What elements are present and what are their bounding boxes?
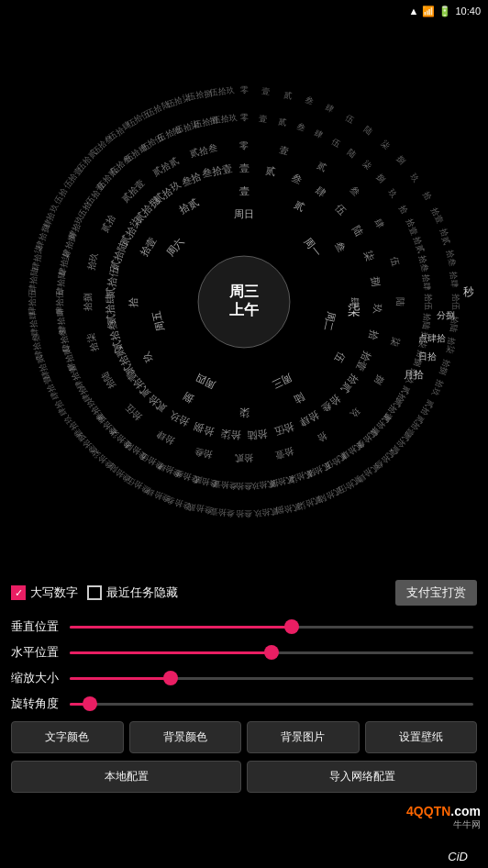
slider-rotation-thumb[interactable] xyxy=(83,696,97,711)
slider-horizontal-track[interactable] xyxy=(70,651,473,654)
slider-horizontal-fill xyxy=(70,651,272,654)
checkbox-row: 大写数字 最近任务隐藏 支付宝打赏 xyxy=(11,580,477,606)
slider-rotation-track[interactable] xyxy=(70,703,473,706)
watermark: 4QQTN.com 牛牛网 xyxy=(406,804,481,831)
button-row-1: 文字颜色 背景颜色 背景图片 设置壁纸 xyxy=(11,721,477,753)
text-color-button[interactable]: 文字颜色 xyxy=(11,721,124,753)
slider-scale: 缩放大小 xyxy=(11,670,477,686)
time-display: 10:40 xyxy=(455,6,481,17)
slider-scale-fill xyxy=(70,677,171,680)
checkbox-uppercase[interactable]: 大写数字 xyxy=(11,584,78,601)
slider-rotation: 旋转角度 xyxy=(11,696,477,712)
watermark-qqtn: 4QQTN.com xyxy=(406,804,481,818)
slider-scale-thumb[interactable] xyxy=(163,671,178,685)
slider-rotation-label: 旋转角度 xyxy=(11,696,66,712)
clock-canvas xyxy=(15,31,473,563)
import-network-config-button[interactable]: 导入网络配置 xyxy=(247,761,477,793)
set-wallpaper-button[interactable]: 设置壁纸 xyxy=(365,721,478,753)
slider-horizontal-thumb[interactable] xyxy=(264,645,279,660)
slider-scale-label: 缩放大小 xyxy=(11,670,66,686)
checkbox-hide-recent-box[interactable] xyxy=(87,585,102,600)
checkbox-uppercase-label: 大写数字 xyxy=(30,584,78,601)
bg-color-button[interactable]: 背景颜色 xyxy=(129,721,242,753)
clock-area xyxy=(0,22,488,573)
status-right: ▲ 📶 🔋 10:40 xyxy=(409,6,481,17)
slider-vertical-fill xyxy=(70,626,292,629)
button-row-2: 本地配置 导入网络配置 xyxy=(11,761,477,793)
slider-vertical-label: 垂直位置 xyxy=(11,618,66,635)
checkbox-hide-recent[interactable]: 最近任务隐藏 xyxy=(87,584,178,601)
slider-scale-track[interactable] xyxy=(70,677,473,680)
donate-button[interactable]: 支付宝打赏 xyxy=(395,580,477,606)
battery-icon: 🔋 xyxy=(438,6,451,17)
slider-horizontal: 水平位置 xyxy=(11,644,477,661)
slider-vertical-track[interactable] xyxy=(70,626,473,629)
watermark-niutou: 牛牛网 xyxy=(453,818,481,831)
slider-vertical-thumb[interactable] xyxy=(284,619,299,634)
status-bar: ▲ 📶 🔋 10:40 xyxy=(0,0,488,22)
cid-badge: CiD xyxy=(442,846,473,866)
cid-text: CiD xyxy=(448,850,468,863)
slider-horizontal-label: 水平位置 xyxy=(11,644,66,661)
wifi-icon: ▲ xyxy=(409,6,419,17)
signal-icon: 📶 xyxy=(422,6,435,17)
slider-vertical: 垂直位置 xyxy=(11,618,477,635)
local-config-button[interactable]: 本地配置 xyxy=(11,761,241,793)
checkbox-hide-recent-label: 最近任务隐藏 xyxy=(106,584,178,601)
checkbox-uppercase-box[interactable] xyxy=(11,585,26,600)
bg-image-button[interactable]: 背景图片 xyxy=(247,721,360,753)
